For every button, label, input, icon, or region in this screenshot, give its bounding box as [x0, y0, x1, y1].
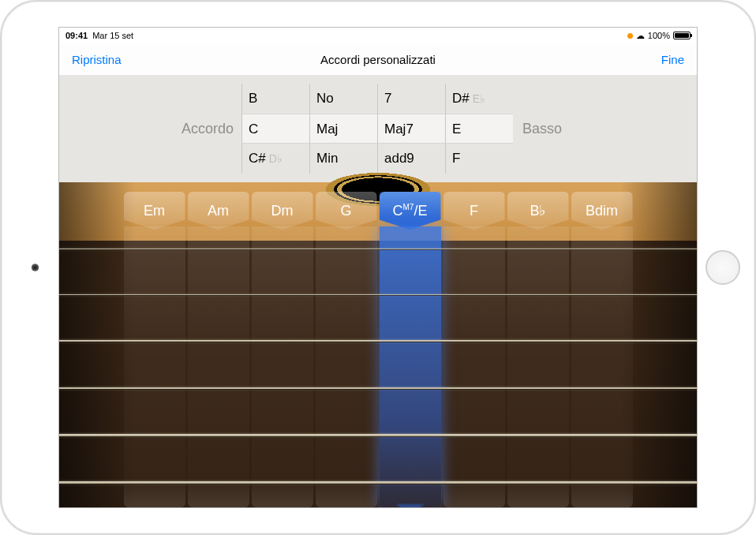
picker-option[interactable]: C#D♭ — [242, 144, 309, 174]
guitar-string-1[interactable] — [59, 294, 697, 295]
picker-wheel-bass[interactable]: D#E♭ E F — [445, 84, 513, 174]
chord-tab-1[interactable]: Am — [188, 192, 249, 230]
status-bar: 09:41 Mar 15 set ☁︎ 100% — [59, 28, 697, 43]
chord-tab-4[interactable]: CM7/E — [380, 192, 441, 230]
picker-wheel-root[interactable]: B C C#D♭ — [241, 84, 309, 174]
nav-bar: Ripristina Accordi personalizzati Fine — [59, 43, 697, 75]
done-button[interactable]: Fine — [661, 53, 684, 66]
guitar-string-5[interactable] — [59, 481, 697, 484]
picker-label-chord: Accordo — [70, 121, 241, 137]
guitar-string-2[interactable] — [59, 340, 697, 342]
chord-tab-row: EmAmDmGCM7/EFB♭Bdim — [59, 192, 697, 230]
picker-option-selected[interactable]: Maj7 — [378, 114, 445, 144]
picker-wheel-quality[interactable]: No Maj Min — [309, 84, 377, 174]
picker-wheels: B C C#D♭ No Maj Min 7 Maj7 add9 — [241, 84, 513, 174]
chord-tab-5[interactable]: F — [443, 192, 505, 230]
picker-option-selected[interactable]: C — [242, 114, 309, 144]
picker-wheel-extension[interactable]: 7 Maj7 add9 — [377, 84, 445, 174]
recording-indicator-icon — [627, 33, 633, 39]
guitar-area: EmAmDmGCM7/EFB♭Bdim — [59, 182, 697, 507]
guitar-string-4[interactable] — [59, 434, 697, 436]
battery-percent: 100% — [648, 31, 670, 40]
guitar-string-3[interactable] — [59, 387, 697, 389]
picker-option[interactable]: D#E♭ — [446, 84, 513, 114]
picker-option[interactable]: 7 — [378, 84, 445, 114]
home-button[interactable] — [705, 250, 740, 285]
front-camera — [32, 264, 39, 271]
picker-option-selected[interactable]: E — [446, 114, 513, 144]
reset-button[interactable]: Ripristina — [72, 53, 122, 66]
picker-option[interactable]: B — [242, 84, 309, 114]
chord-tab-3[interactable]: G — [316, 192, 377, 230]
page-title: Accordi personalizzati — [59, 53, 697, 66]
status-time: 09:41 — [65, 31, 88, 40]
guitar-strings[interactable] — [59, 245, 697, 498]
status-date: Mar 15 set — [92, 31, 133, 40]
chord-tab-2[interactable]: Dm — [252, 192, 313, 230]
picker-label-bass: Basso — [513, 121, 686, 137]
ipad-frame: 09:41 Mar 15 set ☁︎ 100% Ripristina Acco… — [0, 0, 756, 535]
picker-option[interactable]: No — [310, 84, 377, 114]
chord-tab-6[interactable]: B♭ — [507, 192, 569, 230]
picker-option-selected[interactable]: Maj — [310, 114, 377, 144]
battery-icon — [673, 32, 691, 39]
picker-option[interactable]: F — [446, 144, 513, 174]
screen: 09:41 Mar 15 set ☁︎ 100% Ripristina Acco… — [58, 27, 698, 508]
guitar-string-0[interactable] — [59, 249, 697, 249]
chord-tab-7[interactable]: Bdim — [571, 192, 633, 230]
chord-tab-0[interactable]: Em — [124, 192, 185, 230]
